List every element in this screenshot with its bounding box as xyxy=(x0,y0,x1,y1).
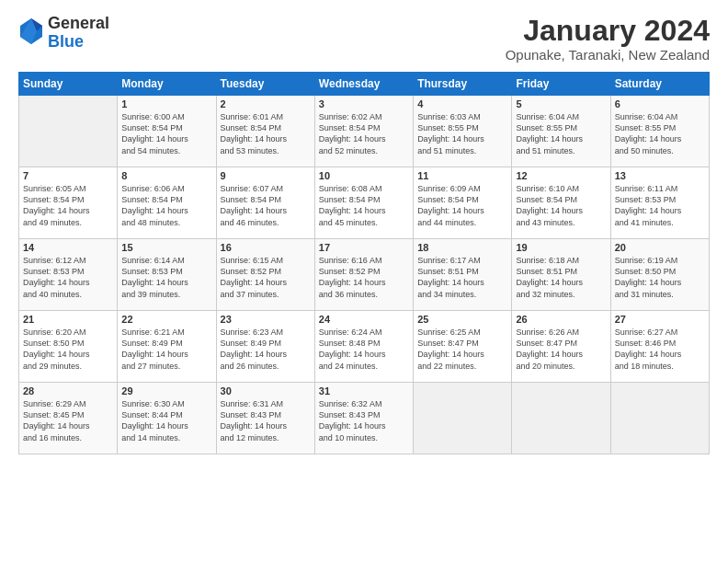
calendar-cell: 6Sunrise: 6:04 AM Sunset: 8:55 PM Daylig… xyxy=(610,96,709,167)
day-info: Sunrise: 6:12 AM Sunset: 8:53 PM Dayligh… xyxy=(23,255,113,300)
calendar-cell: 4Sunrise: 6:03 AM Sunset: 8:55 PM Daylig… xyxy=(414,96,512,167)
day-number: 6 xyxy=(615,98,705,109)
day-info: Sunrise: 6:04 AM Sunset: 8:55 PM Dayligh… xyxy=(615,111,705,156)
calendar-cell: 18Sunrise: 6:17 AM Sunset: 8:51 PM Dayli… xyxy=(414,239,512,311)
day-info: Sunrise: 6:25 AM Sunset: 8:47 PM Dayligh… xyxy=(417,327,507,372)
logo-text: General Blue xyxy=(48,15,109,52)
day-number: 11 xyxy=(417,170,507,181)
calendar-title: January 2024 xyxy=(506,15,710,47)
calendar-cell: 26Sunrise: 6:26 AM Sunset: 8:47 PM Dayli… xyxy=(512,311,610,383)
day-number: 19 xyxy=(516,242,606,253)
calendar-cell: 23Sunrise: 6:23 AM Sunset: 8:49 PM Dayli… xyxy=(216,311,314,383)
day-number: 5 xyxy=(516,98,606,109)
day-number: 3 xyxy=(319,98,409,109)
week-row-3: 14Sunrise: 6:12 AM Sunset: 8:53 PM Dayli… xyxy=(19,239,710,311)
day-number: 10 xyxy=(319,170,409,181)
calendar-body: 1Sunrise: 6:00 AM Sunset: 8:54 PM Daylig… xyxy=(19,96,710,454)
calendar-cell xyxy=(512,383,610,454)
day-info: Sunrise: 6:02 AM Sunset: 8:54 PM Dayligh… xyxy=(319,111,409,156)
day-number: 28 xyxy=(23,385,113,396)
calendar-cell: 29Sunrise: 6:30 AM Sunset: 8:44 PM Dayli… xyxy=(118,383,216,454)
week-row-5: 28Sunrise: 6:29 AM Sunset: 8:45 PM Dayli… xyxy=(19,383,710,454)
calendar-cell: 17Sunrise: 6:16 AM Sunset: 8:52 PM Dayli… xyxy=(314,239,413,311)
calendar-cell: 13Sunrise: 6:11 AM Sunset: 8:53 PM Dayli… xyxy=(610,167,709,239)
week-row-2: 7Sunrise: 6:05 AM Sunset: 8:54 PM Daylig… xyxy=(19,167,710,239)
day-number: 1 xyxy=(121,98,211,109)
day-info: Sunrise: 6:06 AM Sunset: 8:54 PM Dayligh… xyxy=(121,183,211,228)
day-number: 15 xyxy=(121,242,211,253)
day-info: Sunrise: 6:08 AM Sunset: 8:54 PM Dayligh… xyxy=(319,183,409,228)
weekday-header-tuesday: Tuesday xyxy=(216,73,314,96)
calendar-header: SundayMondayTuesdayWednesdayThursdayFrid… xyxy=(19,73,710,96)
calendar-cell: 14Sunrise: 6:12 AM Sunset: 8:53 PM Dayli… xyxy=(19,239,118,311)
day-number: 27 xyxy=(615,314,705,325)
day-info: Sunrise: 6:21 AM Sunset: 8:49 PM Dayligh… xyxy=(121,327,211,372)
day-info: Sunrise: 6:16 AM Sunset: 8:52 PM Dayligh… xyxy=(319,255,409,300)
day-number: 23 xyxy=(221,314,311,325)
weekday-header-thursday: Thursday xyxy=(414,73,512,96)
day-number: 21 xyxy=(23,314,113,325)
logo-blue-text: Blue xyxy=(48,33,109,52)
weekday-header-monday: Monday xyxy=(118,73,216,96)
calendar-cell: 25Sunrise: 6:25 AM Sunset: 8:47 PM Dayli… xyxy=(414,311,512,383)
logo-general-text: General xyxy=(48,15,109,33)
weekday-header-row: SundayMondayTuesdayWednesdayThursdayFrid… xyxy=(19,73,710,96)
day-number: 13 xyxy=(615,170,705,181)
page: General Blue January 2024 Opunake, Taran… xyxy=(0,0,728,464)
day-info: Sunrise: 6:26 AM Sunset: 8:47 PM Dayligh… xyxy=(516,327,606,372)
day-number: 7 xyxy=(23,170,113,181)
day-number: 20 xyxy=(615,242,705,253)
day-info: Sunrise: 6:05 AM Sunset: 8:54 PM Dayligh… xyxy=(23,183,113,228)
title-block: January 2024 Opunake, Taranaki, New Zeal… xyxy=(506,15,710,63)
calendar-cell: 15Sunrise: 6:14 AM Sunset: 8:53 PM Dayli… xyxy=(118,239,216,311)
calendar-cell: 1Sunrise: 6:00 AM Sunset: 8:54 PM Daylig… xyxy=(118,96,216,167)
day-number: 4 xyxy=(417,98,507,109)
day-info: Sunrise: 6:18 AM Sunset: 8:51 PM Dayligh… xyxy=(516,255,606,300)
logo: General Blue xyxy=(18,15,109,52)
weekday-header-friday: Friday xyxy=(512,73,610,96)
calendar-cell: 11Sunrise: 6:09 AM Sunset: 8:54 PM Dayli… xyxy=(414,167,512,239)
calendar-cell: 22Sunrise: 6:21 AM Sunset: 8:49 PM Dayli… xyxy=(118,311,216,383)
week-row-1: 1Sunrise: 6:00 AM Sunset: 8:54 PM Daylig… xyxy=(19,96,710,167)
calendar-cell: 21Sunrise: 6:20 AM Sunset: 8:50 PM Dayli… xyxy=(19,311,118,383)
day-info: Sunrise: 6:00 AM Sunset: 8:54 PM Dayligh… xyxy=(121,111,211,156)
day-info: Sunrise: 6:14 AM Sunset: 8:53 PM Dayligh… xyxy=(121,255,211,300)
day-number: 29 xyxy=(121,385,211,396)
day-number: 26 xyxy=(516,314,606,325)
calendar-cell: 30Sunrise: 6:31 AM Sunset: 8:43 PM Dayli… xyxy=(216,383,314,454)
day-number: 25 xyxy=(417,314,507,325)
day-info: Sunrise: 6:31 AM Sunset: 8:43 PM Dayligh… xyxy=(221,398,311,443)
day-info: Sunrise: 6:15 AM Sunset: 8:52 PM Dayligh… xyxy=(221,255,311,300)
day-number: 24 xyxy=(319,314,409,325)
day-number: 2 xyxy=(221,98,311,109)
calendar-cell: 27Sunrise: 6:27 AM Sunset: 8:46 PM Dayli… xyxy=(610,311,709,383)
calendar-cell: 16Sunrise: 6:15 AM Sunset: 8:52 PM Dayli… xyxy=(216,239,314,311)
day-info: Sunrise: 6:19 AM Sunset: 8:50 PM Dayligh… xyxy=(615,255,705,300)
day-info: Sunrise: 6:10 AM Sunset: 8:54 PM Dayligh… xyxy=(516,183,606,228)
calendar-cell: 9Sunrise: 6:07 AM Sunset: 8:54 PM Daylig… xyxy=(216,167,314,239)
week-row-4: 21Sunrise: 6:20 AM Sunset: 8:50 PM Dayli… xyxy=(19,311,710,383)
day-info: Sunrise: 6:27 AM Sunset: 8:46 PM Dayligh… xyxy=(615,327,705,372)
header: General Blue January 2024 Opunake, Taran… xyxy=(18,15,710,63)
day-number: 16 xyxy=(221,242,311,253)
calendar-cell: 19Sunrise: 6:18 AM Sunset: 8:51 PM Dayli… xyxy=(512,239,610,311)
weekday-header-saturday: Saturday xyxy=(610,73,709,96)
day-info: Sunrise: 6:29 AM Sunset: 8:45 PM Dayligh… xyxy=(23,398,113,443)
day-info: Sunrise: 6:09 AM Sunset: 8:54 PM Dayligh… xyxy=(417,183,507,228)
calendar-cell: 3Sunrise: 6:02 AM Sunset: 8:54 PM Daylig… xyxy=(314,96,413,167)
calendar-cell xyxy=(610,383,709,454)
calendar-cell: 28Sunrise: 6:29 AM Sunset: 8:45 PM Dayli… xyxy=(19,383,118,454)
weekday-header-sunday: Sunday xyxy=(19,73,118,96)
day-info: Sunrise: 6:30 AM Sunset: 8:44 PM Dayligh… xyxy=(121,398,211,443)
day-info: Sunrise: 6:11 AM Sunset: 8:53 PM Dayligh… xyxy=(615,183,705,228)
day-number: 30 xyxy=(221,385,311,396)
day-info: Sunrise: 6:20 AM Sunset: 8:50 PM Dayligh… xyxy=(23,327,113,372)
day-number: 31 xyxy=(319,385,409,396)
day-info: Sunrise: 6:17 AM Sunset: 8:51 PM Dayligh… xyxy=(417,255,507,300)
day-info: Sunrise: 6:07 AM Sunset: 8:54 PM Dayligh… xyxy=(221,183,311,228)
day-number: 17 xyxy=(319,242,409,253)
calendar-cell: 5Sunrise: 6:04 AM Sunset: 8:55 PM Daylig… xyxy=(512,96,610,167)
calendar-subtitle: Opunake, Taranaki, New Zealand xyxy=(506,47,710,63)
day-number: 8 xyxy=(121,170,211,181)
calendar-cell: 12Sunrise: 6:10 AM Sunset: 8:54 PM Dayli… xyxy=(512,167,610,239)
